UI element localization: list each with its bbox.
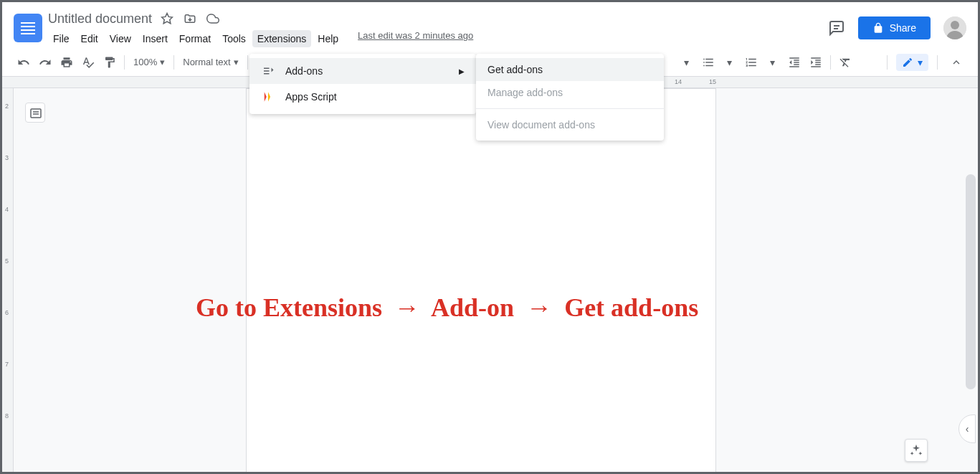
menu-extensions[interactable]: Extensions	[252, 30, 311, 47]
decrease-indent-button[interactable]	[784, 52, 804, 72]
ruler-mark: 2	[5, 103, 9, 110]
star-icon[interactable]	[161, 12, 173, 25]
submenu-arrow-icon: ▶	[459, 67, 465, 75]
extensions-menu: Add-ons▶Apps Script	[249, 54, 476, 114]
svg-marker-0	[162, 14, 173, 24]
ruler-mark: 5	[5, 257, 9, 265]
menu-item-label: View document add-ons	[487, 119, 595, 131]
explore-button[interactable]	[905, 439, 928, 462]
ruler-mark: 7	[5, 361, 9, 368]
svg-point-4	[951, 21, 959, 29]
document-title[interactable]: Untitled document	[48, 11, 152, 27]
ruler-mark: 8	[5, 412, 9, 420]
canvas: 2345678 Go to Extensions → Add-on → Get …	[2, 88, 978, 472]
apps-script-icon	[261, 90, 275, 104]
paint-format-button[interactable]	[100, 52, 120, 72]
arrow-icon: →	[394, 293, 420, 323]
numbered-list-more-icon[interactable]: ▾	[763, 52, 783, 72]
ruler-mark: 6	[5, 309, 9, 316]
menu-item-view-document-add-ons: View document add-ons	[476, 113, 664, 136]
print-button[interactable]	[57, 52, 77, 72]
menu-insert[interactable]: Insert	[138, 30, 173, 47]
menu-item-label: Manage add-ons	[487, 87, 563, 98]
editing-mode-button[interactable]: ▾	[896, 54, 928, 71]
menu-format[interactable]: Format	[174, 30, 216, 47]
increase-indent-button[interactable]	[806, 52, 826, 72]
menu-view[interactable]: View	[105, 30, 136, 47]
spellcheck-button[interactable]	[78, 52, 98, 72]
menu-file[interactable]: File	[48, 30, 75, 47]
undo-button[interactable]	[14, 52, 34, 72]
menubar: FileEditViewInsertFormatToolsExtensionsH…	[48, 30, 828, 47]
menu-edit[interactable]: Edit	[76, 30, 103, 47]
menu-tools[interactable]: Tools	[217, 30, 251, 47]
checklist-button[interactable]	[698, 52, 718, 72]
lock-icon	[872, 22, 884, 34]
addon-icon	[261, 64, 275, 78]
numbered-list-button[interactable]	[741, 52, 761, 72]
checklist-more-icon[interactable]: ▾	[720, 52, 740, 72]
last-edit-link[interactable]: Last edit was 2 minutes ago	[358, 30, 473, 47]
redo-button[interactable]	[35, 52, 55, 72]
header: Untitled document FileEditViewInsertForm…	[2, 2, 978, 48]
menu-item-label: Apps Script	[285, 91, 337, 103]
menu-item-apps-script[interactable]: Apps Script	[249, 84, 476, 110]
outline-toggle-button[interactable]	[25, 103, 45, 123]
docs-logo-icon[interactable]	[14, 14, 42, 42]
bullets-more-icon[interactable]: ▾	[677, 52, 697, 72]
ruler-mark: 3	[5, 154, 9, 161]
ruler-mark: 14	[675, 78, 682, 85]
menu-separator	[476, 108, 664, 109]
menu-item-add-ons[interactable]: Add-ons▶	[249, 58, 476, 84]
style-dropdown[interactable]: Normal text▾	[179, 54, 242, 70]
menu-item-get-add-ons[interactable]: Get add-ons	[476, 58, 664, 81]
collapse-toolbar-button[interactable]	[946, 52, 966, 72]
ruler-mark: 4	[5, 206, 9, 213]
menu-item-label: Add-ons	[285, 65, 323, 77]
zoom-dropdown[interactable]: 100%▾	[129, 54, 169, 70]
menu-help[interactable]: Help	[313, 30, 343, 47]
menu-item-label: Get add-ons	[487, 64, 543, 75]
move-icon[interactable]	[184, 12, 196, 25]
cloud-status-icon[interactable]	[206, 12, 219, 25]
comment-history-icon[interactable]	[828, 19, 845, 37]
side-panel-toggle[interactable]: ‹	[958, 414, 976, 443]
clear-formatting-button[interactable]	[835, 52, 855, 72]
document-page[interactable]	[246, 88, 716, 472]
account-avatar[interactable]	[943, 16, 966, 39]
ruler-mark: 15	[709, 78, 716, 85]
annotation-text: Go to Extensions → Add-on → Get add-ons	[196, 293, 698, 323]
menu-item-manage-add-ons: Manage add-ons	[476, 81, 664, 104]
title-area: Untitled document FileEditViewInsertForm…	[48, 9, 828, 47]
vertical-scrollbar[interactable]	[966, 174, 976, 389]
share-button[interactable]: Share	[858, 16, 931, 39]
vertical-ruler[interactable]: 2345678	[2, 88, 14, 472]
pencil-icon	[902, 57, 913, 68]
addons-submenu: Get add-onsManage add-onsView document a…	[476, 54, 664, 141]
svg-rect-5	[31, 109, 41, 118]
arrow-icon: →	[526, 293, 552, 323]
share-label: Share	[890, 22, 916, 34]
